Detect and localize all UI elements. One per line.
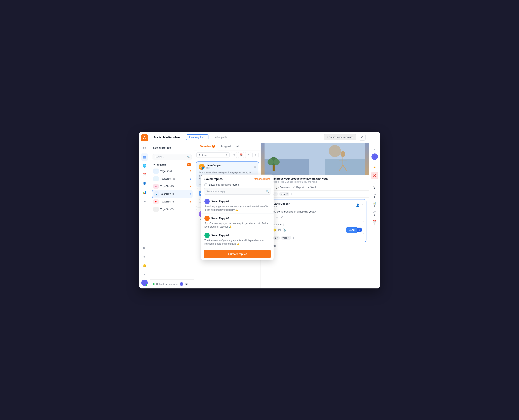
calendar-view-btn[interactable]: 📅 <box>238 152 244 158</box>
media-icon[interactable]: 📎 <box>282 228 286 232</box>
comment-section: JC in Jane Cooper 10m 👤 ⋮ What are some … <box>263 199 366 242</box>
assign-user-icon[interactable]: 👤 <box>356 203 359 207</box>
tab-all[interactable]: All <box>233 143 242 150</box>
sidebar-item-fb[interactable]: f YogaBiz's FB 3 <box>152 167 192 175</box>
add-comment-tag-btn[interactable]: + <box>292 236 294 240</box>
reply-name-3: Saved Reply 03 <box>211 234 229 237</box>
sort-btn[interactable]: ↕ <box>252 152 259 158</box>
search-bar: 🔍 <box>153 154 192 160</box>
nav-cloud-icon[interactable]: ☁ <box>141 198 148 205</box>
online-members-label: Online team members <box>156 283 178 285</box>
reply-input-area: 💬 😊 🖼 📎 Send ▾ <box>266 221 364 234</box>
star-btn[interactable]: ★ <box>371 164 378 171</box>
reply-name-1: Saved Reply 01 <box>211 200 229 203</box>
nav-send-icon[interactable]: ✉ <box>141 145 148 152</box>
nav-calendar-icon[interactable]: 📅 <box>141 171 148 178</box>
online-count: 2 <box>185 283 188 285</box>
reply-item-2[interactable]: Saved Reply 02 If you're new to yoga, th… <box>201 214 274 231</box>
nav-inbox-icon[interactable]: ▦ <box>141 153 148 161</box>
top-header: Social Media Inbox Incoming items Profil… <box>150 132 369 143</box>
sidebar-item-yt[interactable]: ▶ YogaBiz's YT 1 <box>152 198 192 205</box>
sidebar-collapse-btn[interactable]: ‹ <box>190 146 191 150</box>
tk-name: YogaBiz's TK <box>160 208 191 211</box>
nav-bell-icon[interactable]: 🔔 <box>141 262 148 269</box>
nav-video-icon[interactable]: ▶ <box>141 244 148 251</box>
show-only-mine-label: Show only my saved replies <box>209 183 239 186</box>
grid-view-btn[interactable]: ⊞ <box>231 152 237 158</box>
filter-dropdown[interactable]: All items ▾ <box>196 152 229 158</box>
create-replies-btn[interactable]: + Create replies <box>204 250 271 258</box>
reply-avatar-3 <box>204 233 210 238</box>
sidebar-item-tk[interactable]: ♪ YogaBiz's TK <box>152 205 192 213</box>
li-count: 6 <box>190 193 191 195</box>
check-reaction[interactable]: ✓ <box>281 216 283 219</box>
comment-user-name: Jane Cooper <box>274 202 290 205</box>
comment-btn[interactable]: 💬 Comment <box>275 186 290 189</box>
header-tab-profile[interactable]: Profile posts <box>211 135 230 140</box>
send-post-btn[interactable]: ➤ Send <box>307 186 316 189</box>
linkedin-badge: in <box>202 167 205 170</box>
header-title: Social Media Inbox <box>153 135 181 139</box>
search-input[interactable] <box>153 154 192 160</box>
check-view-btn[interactable]: ✓ <box>245 152 251 158</box>
tags-count: 2 <box>374 214 375 217</box>
search-icon: 🔍 <box>187 156 190 158</box>
remove-comment-yoga-tag[interactable]: ✕ <box>288 237 290 239</box>
msg-checkbox-1[interactable] <box>198 182 201 185</box>
replies-count: 2 <box>374 196 375 198</box>
more-comments[interactable]: re comments <box>261 244 369 249</box>
reply-item-3[interactable]: Saved Reply 03 The frequency of your yog… <box>201 231 274 248</box>
yt-name: YogaBiz's YT <box>160 200 188 203</box>
ig-count: 2 <box>190 185 191 188</box>
settings-icon: ⚙ <box>361 135 364 139</box>
image-icon[interactable]: 🖼 <box>278 228 281 232</box>
repost-btn[interactable]: ↺ Repost <box>293 186 304 189</box>
remove-question-tag[interactable]: ✕ <box>275 193 276 195</box>
tab-to-review[interactable]: To review 3 <box>197 143 218 150</box>
svg-rect-3 <box>325 159 365 175</box>
add-tag-btn[interactable]: + <box>291 192 292 196</box>
manage-replies-link[interactable]: Manage replies <box>254 178 270 180</box>
sidebar-item-li[interactable]: in YogaBiz's LI 6 <box>152 190 192 198</box>
collapse-right-btn[interactable]: ‹ <box>371 145 378 153</box>
notes-icon: 📝 <box>373 202 376 205</box>
nav-add-icon[interactable]: + <box>141 253 148 260</box>
comment-more-icon[interactable]: ⋮ <box>361 203 364 207</box>
group-badge: 20 <box>187 163 191 166</box>
send-dropdown-btn[interactable]: ▾ <box>357 228 362 232</box>
replies-icon: 🗨 <box>373 193 376 196</box>
sidebar-item-ig[interactable]: ◎ YogaBiz's IG 2 <box>152 183 192 190</box>
show-only-mine: Show only my saved replies <box>201 183 274 188</box>
remove-yoga-tag[interactable]: ✕ <box>286 193 288 195</box>
nav-chart-icon[interactable]: 📊 <box>141 189 148 196</box>
settings-button[interactable]: ⚙ <box>359 134 366 141</box>
nav-user-avatar[interactable] <box>141 280 148 286</box>
heart-reaction[interactable]: ♡ <box>276 216 278 219</box>
reply-search-input[interactable] <box>204 188 271 195</box>
nav-globe-icon[interactable]: 🌐 <box>141 162 148 170</box>
next-arrow-icon[interactable]: › <box>365 177 366 181</box>
show-only-mine-checkbox[interactable] <box>204 183 207 186</box>
nav-user-icon[interactable]: 👤 <box>141 180 148 187</box>
saved-replies-overlay: Saved replies Manage replies Show only m… <box>201 174 274 260</box>
remove-comment-question-tag[interactable]: ✕ <box>277 237 278 239</box>
send-main-btn[interactable]: Send <box>346 227 357 232</box>
svg-point-11 <box>267 159 274 165</box>
group-header[interactable]: ▼ YogaBiz 20 <box>152 162 192 167</box>
nav-help-icon[interactable]: ? <box>141 271 148 278</box>
post-actions: 👍 Like 💬 Comment ↺ Repost ➤ Send <box>261 184 369 191</box>
reply-item-1[interactable]: Saved Reply 01 Practicing yoga has numer… <box>201 197 274 214</box>
tab-assigned[interactable]: Assigned <box>218 143 233 150</box>
msg-checkbox-2[interactable] <box>198 202 201 205</box>
post-title-area: How to improve your productivity at work… <box>261 175 369 184</box>
comment-time: 10m <box>274 205 290 208</box>
svg-point-2 <box>329 145 341 157</box>
create-rule-button[interactable]: + Create moderation rule <box>324 134 356 140</box>
comment-tag-yoga: yoga ✕ <box>281 236 291 240</box>
header-tab-incoming[interactable]: Incoming items <box>186 134 208 140</box>
profile-group: ▼ YogaBiz 20 f YogaBiz's FB 3 t <box>150 162 194 279</box>
block-btn[interactable]: 🚫 <box>371 172 378 179</box>
sidebar-item-tw[interactable]: t YogaBiz's TW 8 <box>152 175 192 183</box>
reply-input[interactable] <box>268 223 362 226</box>
jane-avatar: JC in <box>198 164 205 170</box>
